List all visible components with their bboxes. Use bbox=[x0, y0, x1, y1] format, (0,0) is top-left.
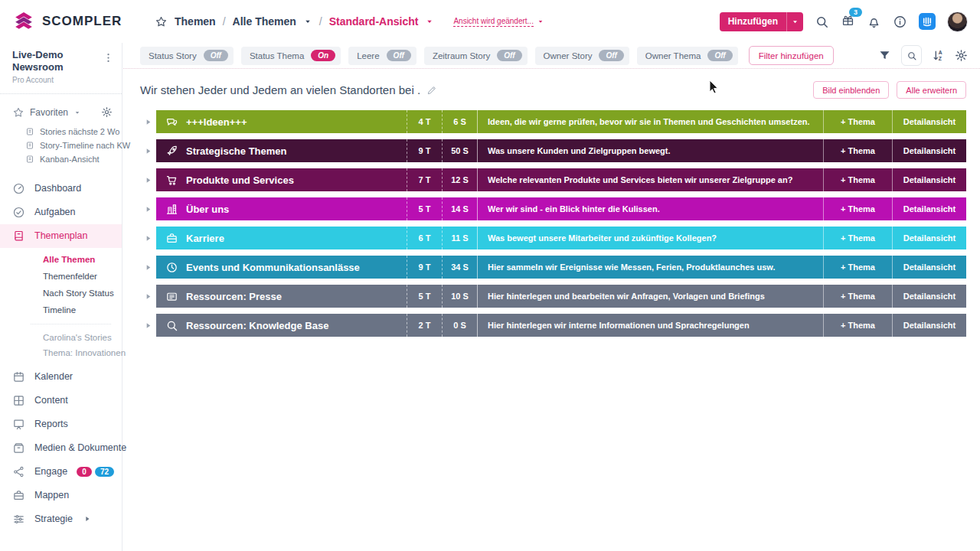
filter-toggle-state[interactable]: Off bbox=[204, 50, 228, 61]
page-title: Wir stehen Jeder und Jedem an vielen Sta… bbox=[140, 83, 420, 96]
filter-toggle-state[interactable]: Off bbox=[497, 50, 521, 61]
expand-all-button[interactable]: Alle erweitern bbox=[897, 81, 966, 99]
saved-view-carolina-s-stories[interactable]: Carolina's Stories bbox=[0, 330, 122, 345]
user-avatar[interactable] bbox=[947, 11, 968, 32]
add-filter-button[interactable]: Filter hinzufügen bbox=[749, 46, 834, 65]
theme-bar[interactable]: Strategische Themen 9 T 50 S Was unsere … bbox=[156, 139, 966, 162]
filter-toggle-status-thema[interactable]: Status Thema On bbox=[241, 47, 341, 65]
breadcrumb-section[interactable]: Themen bbox=[175, 15, 216, 28]
calendar-icon bbox=[12, 370, 25, 383]
expand-caret-icon[interactable] bbox=[140, 147, 156, 155]
sidebar-item-kalender[interactable]: Kalender bbox=[0, 365, 122, 389]
filter-toggle-leere[interactable]: Leere Off bbox=[348, 47, 416, 65]
sort-az-icon[interactable]: AZ bbox=[932, 49, 945, 62]
add-theme-button[interactable]: + Thema bbox=[823, 285, 892, 308]
sidebar-item-content[interactable]: Content bbox=[0, 389, 122, 412]
gear-icon[interactable] bbox=[101, 106, 113, 118]
workspace-switcher[interactable]: Live-Demo Newsroom Pro Account bbox=[0, 43, 122, 94]
add-theme-button[interactable]: + Thema bbox=[823, 110, 892, 133]
view-status-link[interactable]: Ansicht wird geändert... bbox=[453, 17, 544, 27]
show-image-button[interactable]: Bild einblenden bbox=[813, 81, 889, 99]
pencil-icon[interactable] bbox=[426, 85, 437, 96]
box-icon bbox=[12, 442, 25, 455]
filter-toggle-status-story[interactable]: Status Story Off bbox=[140, 47, 234, 65]
sidebar-item-reports[interactable]: Reports bbox=[0, 412, 122, 436]
favorite-view-label: Kanban-Ansicht bbox=[40, 155, 100, 164]
saved-view-thema-innovationen[interactable]: Thema: Innovationen bbox=[0, 345, 122, 360]
favorites-header[interactable]: Favoriten bbox=[0, 94, 122, 125]
filter-toggle-state[interactable]: Off bbox=[599, 50, 623, 61]
gear-icon[interactable] bbox=[955, 49, 968, 62]
detail-view-button[interactable]: Detailansicht bbox=[892, 314, 966, 337]
detail-view-button[interactable]: Detailansicht bbox=[892, 197, 966, 220]
add-button-label: Hinzufügen bbox=[720, 16, 786, 27]
expand-caret-icon[interactable] bbox=[140, 263, 156, 272]
add-theme-button[interactable]: + Thema bbox=[823, 139, 892, 162]
expand-caret-icon[interactable] bbox=[140, 234, 156, 243]
expand-caret-icon[interactable] bbox=[140, 176, 156, 184]
product-updates-button[interactable]: 3 bbox=[841, 13, 855, 31]
search-button[interactable] bbox=[901, 45, 922, 66]
expand-caret-icon[interactable] bbox=[140, 205, 156, 214]
detail-view-button[interactable]: Detailansicht bbox=[892, 227, 966, 249]
kebab-menu-icon[interactable] bbox=[103, 52, 114, 64]
scompler-logo[interactable]: SCOMPLER bbox=[12, 10, 133, 33]
detail-view-button[interactable]: Detailansicht bbox=[892, 285, 966, 308]
sidebar-nav: Dashboard Aufgaben Themenplan bbox=[0, 177, 122, 248]
funnel-icon[interactable] bbox=[878, 49, 891, 62]
sidebar-item-medien-dokumente[interactable]: Medien & Dokumente bbox=[0, 436, 122, 460]
favorite-star-icon[interactable] bbox=[155, 15, 168, 28]
favorite-view-item[interactable]: Stories nächste 2 Wo bbox=[0, 125, 122, 139]
filter-toggle-owner-thema[interactable]: Owner Thema Off bbox=[637, 47, 738, 65]
chevron-down-icon[interactable] bbox=[303, 17, 312, 26]
add-theme-button[interactable]: + Thema bbox=[823, 168, 892, 191]
filter-toggle-state[interactable]: Off bbox=[707, 50, 732, 61]
detail-view-button[interactable]: Detailansicht bbox=[892, 168, 966, 191]
detail-view-button[interactable]: Detailansicht bbox=[892, 110, 966, 133]
theme-bar[interactable]: +++Ideen+++ 4 T 6 S Ideen, die wir gerne… bbox=[156, 110, 966, 133]
detail-view-button[interactable]: Detailansicht bbox=[892, 256, 966, 279]
add-button-caret[interactable] bbox=[786, 12, 803, 31]
theme-bar[interactable]: Über uns 5 T 14 S Wer wir sind - ein Bli… bbox=[156, 197, 966, 220]
subnav-item-themenfelder[interactable]: Themenfelder bbox=[0, 268, 122, 285]
subnav-item-nach-story-status[interactable]: Nach Story Status bbox=[0, 285, 122, 302]
add-theme-button[interactable]: + Thema bbox=[823, 314, 892, 337]
chevron-down-icon[interactable] bbox=[425, 17, 434, 26]
expand-caret-icon[interactable] bbox=[140, 118, 156, 126]
favorite-view-item[interactable]: Kanban-Ansicht bbox=[0, 152, 122, 166]
sidebar-item-engage[interactable]: Engage 072 bbox=[0, 460, 122, 484]
expand-caret-icon[interactable] bbox=[140, 292, 156, 301]
sidebar-item-themenplan[interactable]: Themenplan bbox=[0, 224, 122, 248]
filter-toggle-state[interactable]: On bbox=[311, 50, 335, 61]
search-icon[interactable] bbox=[815, 15, 829, 29]
subnav-item-alle-themen[interactable]: Alle Themen bbox=[0, 251, 122, 268]
sidebar-item-strategie[interactable]: Strategie bbox=[0, 507, 122, 531]
add-theme-button[interactable]: + Thema bbox=[823, 256, 892, 279]
filter-toggle-state[interactable]: Off bbox=[387, 50, 411, 61]
theme-bar[interactable]: Karriere 6 T 11 S Was bewegt unsere Mita… bbox=[156, 227, 966, 249]
sidebar-item-dashboard[interactable]: Dashboard bbox=[0, 177, 122, 201]
theme-description: Hier sammeln wir Ereignisse wie Messen, … bbox=[477, 256, 823, 279]
add-theme-button[interactable]: + Thema bbox=[823, 227, 892, 249]
sidebar-item-aufgaben[interactable]: Aufgaben bbox=[0, 201, 122, 224]
bell-icon[interactable] bbox=[867, 15, 881, 29]
detail-view-button[interactable]: Detailansicht bbox=[892, 139, 966, 162]
info-icon[interactable] bbox=[893, 15, 907, 29]
theme-bar[interactable]: Ressourcen: Presse 5 T 10 S Hier hinterl… bbox=[156, 285, 966, 308]
theme-bar[interactable]: Events und Kommunikationsanlässe 9 T 34 … bbox=[156, 256, 966, 279]
add-theme-button[interactable]: + Thema bbox=[823, 197, 892, 220]
filter-toggle-owner-story[interactable]: Owner Story Off bbox=[535, 47, 629, 65]
add-button[interactable]: Hinzufügen bbox=[720, 12, 803, 31]
building-icon bbox=[165, 203, 178, 216]
intercom-chat-icon[interactable] bbox=[919, 13, 936, 30]
expand-caret-icon[interactable] bbox=[140, 321, 156, 330]
breadcrumb-view[interactable]: Standard-Ansicht bbox=[329, 15, 419, 28]
breadcrumb-collection[interactable]: Alle Themen bbox=[233, 15, 296, 28]
subnav-item-timeline[interactable]: Timeline bbox=[0, 302, 122, 318]
favorite-view-item[interactable]: Story-Timeline nach KW bbox=[0, 139, 122, 152]
theme-bar[interactable]: Produkte und Services 7 T 12 S Welche re… bbox=[156, 168, 966, 191]
theme-bar[interactable]: Ressourcen: Knowledge Base 2 T 0 S Hier … bbox=[156, 314, 966, 337]
filter-toggle-label: Owner Story bbox=[544, 51, 593, 60]
filter-toggle-zeitraum-story[interactable]: Zeitraum Story Off bbox=[424, 47, 528, 65]
sidebar-item-mappen[interactable]: Mappen bbox=[0, 484, 122, 507]
